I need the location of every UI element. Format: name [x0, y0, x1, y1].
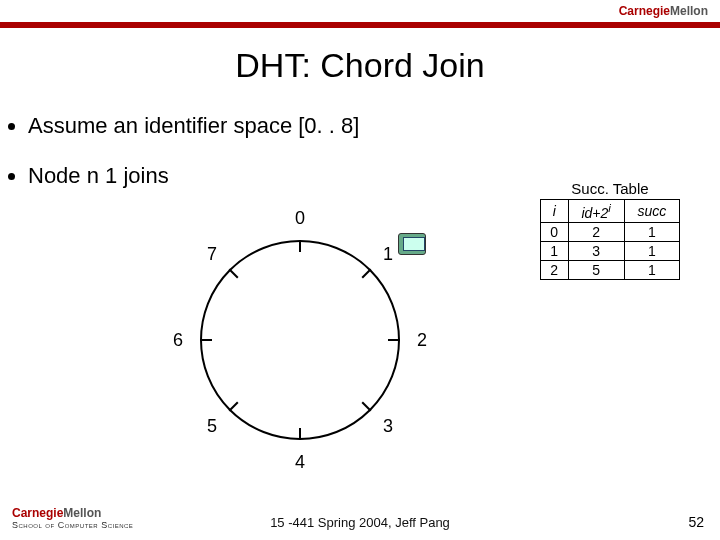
footer-logo: CarnegieMellon School of Computer Scienc… — [12, 506, 133, 530]
successor-table: i id+2i succ 0 2 1 1 3 1 2 5 1 — [540, 199, 680, 280]
table-header-row: i id+2i succ — [541, 200, 680, 223]
successor-table-title: Succ. Table — [540, 180, 680, 197]
ring-tick — [299, 428, 301, 440]
ring-label-5: 5 — [207, 416, 217, 437]
ring-label-7: 7 — [207, 244, 217, 265]
bullet-item: Assume an identifier space [0. . 8] — [28, 113, 720, 139]
wordmark-left: Carnegie — [619, 4, 670, 18]
col-i: i — [541, 200, 569, 223]
successor-table-box: Succ. Table i id+2i succ 0 2 1 1 3 1 2 5… — [540, 180, 680, 280]
ring-tick — [299, 240, 301, 252]
chord-ring-diagram: 0 1 2 3 4 5 6 7 — [160, 200, 440, 480]
bullet-list: Assume an identifier space [0. . 8] Node… — [28, 113, 720, 189]
wordmark-right: Mellon — [670, 4, 708, 18]
table-row: 1 3 1 — [541, 241, 680, 260]
node-1-icon — [398, 233, 426, 255]
slide-title: DHT: Chord Join — [0, 46, 720, 85]
ring-label-6: 6 — [173, 330, 183, 351]
table-row: 0 2 1 — [541, 222, 680, 241]
footer-school: School of Computer Science — [12, 520, 133, 530]
page-number: 52 — [688, 514, 704, 530]
wordmark: CarnegieMellon — [619, 4, 708, 18]
ring-label-2: 2 — [417, 330, 427, 351]
ring-tick — [200, 339, 212, 341]
ring-tick — [388, 339, 400, 341]
footer: CarnegieMellon School of Computer Scienc… — [0, 515, 720, 530]
ring-label-1: 1 — [383, 244, 393, 265]
table-row: 2 5 1 — [541, 260, 680, 279]
col-id: id+2i — [568, 200, 624, 223]
header-bar: CarnegieMellon — [0, 0, 720, 28]
ring-label-4: 4 — [295, 452, 305, 473]
ring-label-3: 3 — [383, 416, 393, 437]
ring-label-0: 0 — [295, 208, 305, 229]
col-succ: succ — [624, 200, 679, 223]
